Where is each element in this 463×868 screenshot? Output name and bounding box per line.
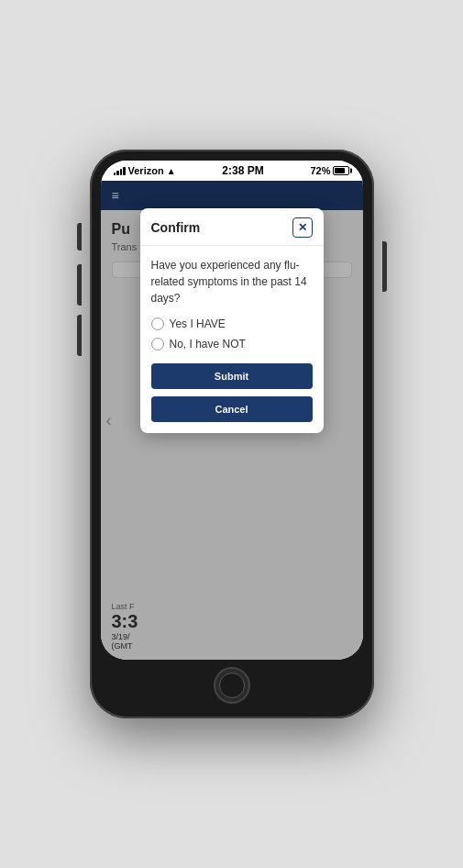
mute-button [77, 223, 82, 250]
submit-button[interactable]: Submit [151, 363, 313, 389]
volume-up-button [77, 264, 82, 306]
modal-close-button[interactable]: ✕ [292, 217, 313, 238]
radio-circle-no [151, 338, 164, 351]
radio-label-no: No, I have NOT [170, 338, 246, 351]
app-content: ≡ Pu Trans ‹ Last F 3:3 3/19/ (GMT [101, 181, 363, 660]
power-button [382, 241, 387, 292]
battery-percent-label: 72% [310, 165, 330, 176]
confirm-modal: Confirm ✕ Have you experienced any flu-r… [140, 208, 324, 433]
status-bar: Verizon ▲ 2:38 PM 72% [101, 161, 363, 181]
radio-group: Yes I HAVE No, I have NOT [151, 317, 313, 351]
battery-icon [333, 166, 349, 175]
signal-bars-icon [114, 166, 126, 175]
modal-title: Confirm [151, 220, 201, 235]
radio-item-no[interactable]: No, I have NOT [151, 338, 313, 351]
carrier-label: Verizon [128, 165, 164, 176]
status-left: Verizon ▲ [114, 165, 176, 176]
home-button-inner [219, 673, 245, 698]
cancel-button[interactable]: Cancel [151, 396, 313, 422]
phone-screen: Verizon ▲ 2:38 PM 72% ≡ Pu Trans [101, 161, 363, 660]
status-time: 2:38 PM [222, 164, 263, 177]
radio-circle-yes [151, 317, 164, 330]
modal-overlay: Confirm ✕ Have you experienced any flu-r… [101, 181, 363, 660]
radio-label-yes: Yes I HAVE [170, 317, 226, 330]
battery-fill [335, 168, 344, 173]
volume-down-button [77, 315, 82, 356]
modal-question: Have you experienced any flu-related sym… [151, 257, 313, 306]
phone-frame: Verizon ▲ 2:38 PM 72% ≡ Pu Trans [90, 150, 374, 718]
modal-header: Confirm ✕ [140, 208, 324, 246]
home-button[interactable] [214, 667, 250, 704]
radio-item-yes[interactable]: Yes I HAVE [151, 317, 313, 330]
wifi-icon: ▲ [167, 166, 176, 176]
status-right: 72% [310, 165, 349, 176]
modal-body: Have you experienced any flu-related sym… [140, 246, 324, 433]
